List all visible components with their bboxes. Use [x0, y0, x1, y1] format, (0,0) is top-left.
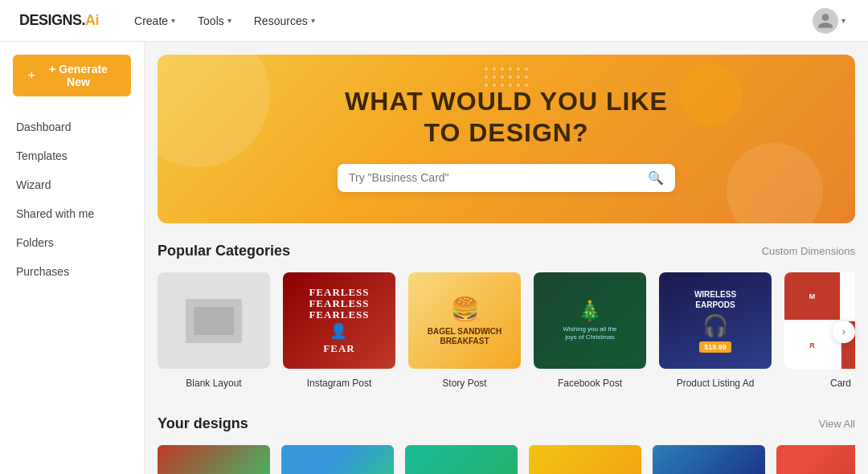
sidebar-label-purchases: Purchases — [16, 265, 69, 278]
design-thumb-1[interactable] — [158, 445, 270, 474]
category-img-instagram: FEARLESS FEARLESS FEARLESS 👤 FEAR — [283, 272, 395, 369]
category-img-story: 🍔 BAGEL SANDWICHBREAKFAST — [408, 272, 521, 369]
category-label-instagram: Instagram Post — [307, 378, 372, 389]
hero-blob-1 — [158, 55, 270, 167]
nav-create[interactable]: Create ▾ — [125, 10, 185, 32]
category-product-listing[interactable]: WIRELESSEARPODS 🎧 $19.99 Product Listing… — [659, 272, 772, 390]
hero-title-line1: WHAT WOULD YOU LIKE — [345, 86, 668, 116]
designs-title: Your designs — [158, 415, 248, 432]
main-content: WHAT WOULD YOU LIKE TO DESIGN? 🔍 Popular… — [145, 42, 868, 474]
hero-banner: WHAT WOULD YOU LIKE TO DESIGN? 🔍 — [158, 55, 855, 223]
design-thumb-6[interactable] — [776, 445, 855, 474]
category-label-facebook: Facebook Post — [558, 378, 622, 389]
logo-main: DESIGNS. — [19, 12, 85, 28]
hero-title-line2: TO DESIGN? — [345, 117, 668, 148]
popular-categories-section: Popular Categories Custom Dimensions — [145, 236, 868, 409]
categories-title: Popular Categories — [158, 243, 290, 259]
designs-row — [158, 445, 855, 474]
user-avatar-button[interactable]: ▾ — [809, 5, 849, 37]
category-img-blank — [158, 272, 270, 369]
main-nav: Create ▾ Tools ▾ Resources ▾ — [125, 10, 809, 32]
header-right: ▾ — [809, 5, 849, 37]
chevron-down-icon: ▾ — [311, 16, 315, 25]
sidebar-label-folders: Folders — [16, 236, 54, 249]
custom-dimensions-link[interactable]: Custom Dimensions — [762, 245, 855, 257]
sidebar-item-purchases[interactable]: Purchases — [0, 257, 144, 286]
avatar — [813, 8, 838, 34]
search-icon: 🔍 — [648, 170, 664, 186]
categories-wrapper: Blank Layout FEARLESS FEARLESS FEARLESS … — [158, 272, 855, 396]
chevron-down-icon: ▾ — [841, 16, 845, 25]
nav-resources[interactable]: Resources ▾ — [244, 10, 325, 32]
your-designs-section: Your designs View All — [145, 409, 868, 474]
sidebar-label-shared: Shared with me — [16, 207, 94, 220]
logo[interactable]: DESIGNS.Ai — [19, 12, 99, 29]
sidebar-label-templates: Templates — [16, 149, 68, 162]
logo-text: DESIGNS.Ai — [19, 12, 99, 29]
sidebar: ＋ + Generate New Dashboard Templates Wiz… — [0, 42, 145, 474]
design-thumb-3[interactable] — [405, 445, 518, 474]
sidebar-item-folders[interactable]: Folders — [0, 228, 144, 257]
nav-tools[interactable]: Tools ▾ — [188, 10, 241, 32]
hero-dots — [485, 67, 528, 87]
design-thumb-2[interactable] — [281, 445, 394, 474]
layout: ＋ + Generate New Dashboard Templates Wiz… — [0, 42, 868, 474]
logo-ai: Ai — [85, 12, 99, 28]
hero-blob-3 — [678, 63, 743, 127]
category-img-product: WIRELESSEARPODS 🎧 $19.99 — [659, 272, 772, 369]
generate-new-button[interactable]: ＋ + Generate New — [13, 55, 131, 96]
nav-resources-label: Resources — [254, 14, 308, 27]
category-facebook-post[interactable]: 🎄 Wishing you all thejoys of Christmas F… — [534, 272, 646, 390]
sidebar-item-shared[interactable]: Shared with me — [0, 199, 144, 228]
design-thumb-4[interactable] — [529, 445, 641, 474]
hero-title: WHAT WOULD YOU LIKE TO DESIGN? — [345, 86, 668, 148]
view-all-link[interactable]: View All — [819, 418, 855, 430]
design-thumb-5[interactable] — [653, 445, 765, 474]
category-label-story: Story Post — [442, 378, 486, 389]
hero-search-bar: 🔍 — [338, 164, 675, 192]
categories-scroll: Blank Layout FEARLESS FEARLESS FEARLESS … — [158, 272, 855, 396]
nav-tools-label: Tools — [198, 14, 224, 27]
category-label-card: Card — [830, 378, 851, 389]
hero-blob-2 — [727, 143, 823, 223]
sidebar-item-templates[interactable]: Templates — [0, 141, 144, 170]
category-img-facebook: 🎄 Wishing you all thejoys of Christmas — [534, 272, 646, 369]
category-blank-layout[interactable]: Blank Layout — [158, 272, 270, 390]
header: DESIGNS.Ai Create ▾ Tools ▾ Resources ▾ … — [0, 0, 868, 42]
nav-create-label: Create — [134, 14, 168, 27]
category-label-blank: Blank Layout — [186, 378, 241, 389]
generate-btn-label: + Generate New — [39, 63, 118, 88]
section-header-designs: Your designs View All — [158, 409, 855, 432]
section-header-categories: Popular Categories Custom Dimensions — [158, 236, 855, 259]
sidebar-item-wizard[interactable]: Wizard — [0, 170, 144, 199]
sidebar-item-dashboard[interactable]: Dashboard — [0, 112, 144, 141]
search-input[interactable] — [349, 171, 648, 184]
scroll-right-arrow[interactable]: › — [833, 321, 855, 343]
category-instagram-post[interactable]: FEARLESS FEARLESS FEARLESS 👤 FEAR Instag… — [283, 272, 395, 390]
chevron-down-icon: ▾ — [227, 16, 231, 25]
sidebar-label-wizard: Wizard — [16, 178, 51, 191]
sidebar-label-dashboard: Dashboard — [16, 121, 72, 133]
category-story-post[interactable]: 🍔 BAGEL SANDWICHBREAKFAST Story Post — [408, 272, 521, 390]
category-label-product: Product Listing Ad — [677, 378, 755, 389]
plus-icon: ＋ — [26, 68, 37, 83]
chevron-down-icon: ▾ — [171, 16, 175, 25]
